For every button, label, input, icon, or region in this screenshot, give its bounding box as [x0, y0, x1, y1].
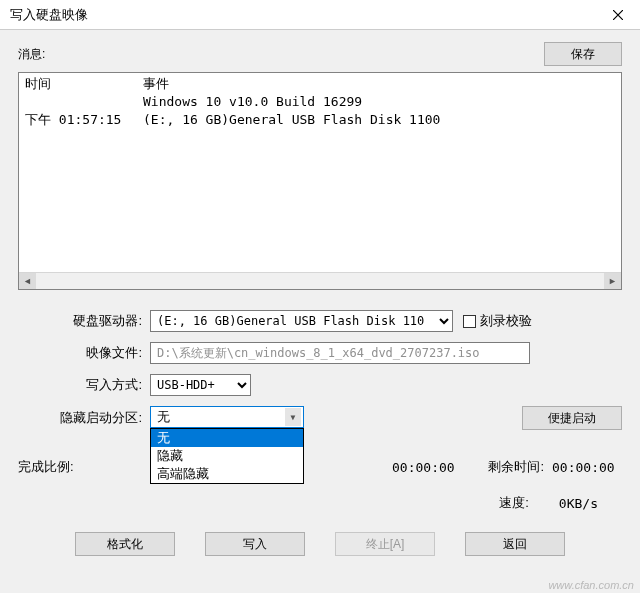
remain-value: 00:00:00: [552, 460, 622, 475]
titlebar: 写入硬盘映像: [0, 0, 640, 30]
write-method-select[interactable]: USB-HDD+: [150, 374, 251, 396]
scroll-track[interactable]: [36, 273, 604, 289]
window-title: 写入硬盘映像: [10, 6, 595, 24]
elapsed-value: 00:00:00: [392, 460, 472, 475]
write-method-label: 写入方式:: [18, 376, 150, 394]
watermark: www.cfan.com.cn: [548, 579, 634, 591]
dropdown-option[interactable]: 隐藏: [151, 447, 303, 465]
image-label: 映像文件:: [18, 344, 150, 362]
close-button[interactable]: [595, 0, 640, 30]
done-ratio-label: 完成比例:: [18, 458, 104, 476]
scroll-right-arrow[interactable]: ►: [604, 273, 621, 289]
horizontal-scrollbar[interactable]: ◄ ►: [19, 272, 621, 289]
speed-label: 速度:: [499, 494, 529, 512]
log-header-time: 时间: [25, 75, 143, 93]
log-time-cell: 下午 01:57:15: [25, 111, 143, 129]
verify-label: 刻录校验: [480, 312, 532, 330]
speed-value: 0KB/s: [559, 496, 598, 511]
write-button[interactable]: 写入: [205, 532, 305, 556]
log-header-event: 事件: [143, 75, 169, 93]
close-icon: [613, 10, 623, 20]
remain-label: 剩余时间:: [472, 458, 552, 476]
chevron-down-icon: ▼: [285, 408, 301, 426]
checkbox-box: [463, 315, 476, 328]
dropdown-option[interactable]: 无: [151, 429, 303, 447]
log-event-cell: (E:, 16 GB)General USB Flash Disk 1100: [143, 111, 440, 129]
dropdown-option[interactable]: 高端隐藏: [151, 465, 303, 483]
log-box: 时间 事件 Windows 10 v10.0 Build 16299 下午 01…: [18, 72, 622, 290]
drive-label: 硬盘驱动器:: [18, 312, 150, 330]
back-button[interactable]: 返回: [465, 532, 565, 556]
hide-boot-combobox[interactable]: 无 ▼ 无 隐藏 高端隐藏: [150, 406, 304, 428]
abort-button: 终止[A]: [335, 532, 435, 556]
quick-boot-button[interactable]: 便捷启动: [522, 406, 622, 430]
log-time-cell: [25, 93, 143, 111]
hide-boot-label: 隐藏启动分区:: [18, 406, 150, 427]
log-event-cell: Windows 10 v10.0 Build 16299: [143, 93, 362, 111]
format-button[interactable]: 格式化: [75, 532, 175, 556]
drive-select[interactable]: (E:, 16 GB)General USB Flash Disk 110: [150, 310, 453, 332]
image-path-input[interactable]: [150, 342, 530, 364]
hide-boot-value: 无: [157, 408, 170, 426]
save-button[interactable]: 保存: [544, 42, 622, 66]
client-area: 消息: 保存 时间 事件 Windows 10 v10.0 Build 1629…: [0, 30, 640, 593]
scroll-left-arrow[interactable]: ◄: [19, 273, 36, 289]
verify-checkbox[interactable]: 刻录校验: [463, 312, 532, 330]
hide-boot-dropdown-list: 无 隐藏 高端隐藏: [150, 428, 304, 484]
message-label: 消息:: [18, 46, 45, 63]
